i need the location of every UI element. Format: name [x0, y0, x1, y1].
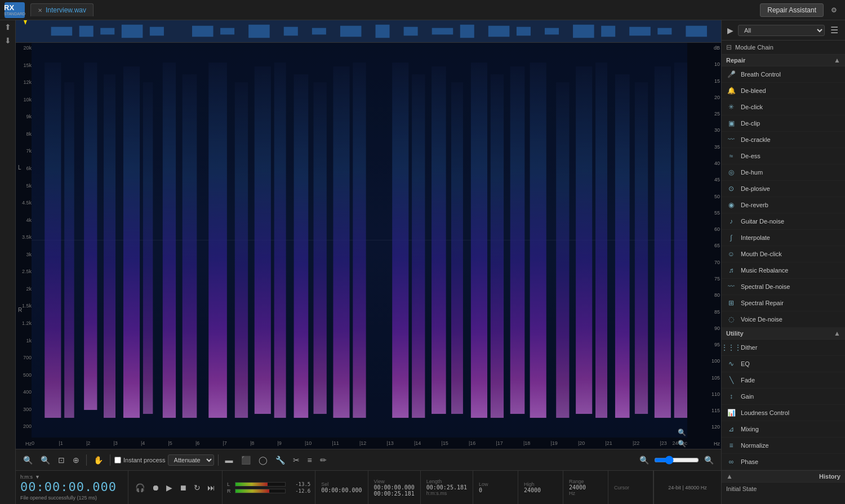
module-list[interactable]: 🎤 Breath Control 🔔 De-bleed ✳ De-click ▣… [722, 66, 845, 470]
range-value: 24000 [569, 484, 602, 490]
zoom-selection-btn[interactable]: ⊕ [70, 454, 82, 466]
module-filter-dropdown[interactable]: All [738, 25, 825, 36]
high-value: 24000 [524, 487, 557, 493]
scroll-down-icon[interactable]: ⬇ [5, 36, 11, 45]
headphones-btn[interactable]: 🎧 [133, 482, 147, 493]
magic-wand-btn[interactable]: 🔧 [273, 454, 288, 466]
history-initial-state: Initial State [722, 483, 845, 495]
module-item-de-clip[interactable]: ▣ De-clip [722, 115, 845, 132]
brush-btn[interactable]: ≡ [305, 454, 315, 466]
module-item-spectral-de-noise[interactable]: 〰 Spectral De-noise [722, 279, 845, 295]
module-item-interpolate[interactable]: ∫ Interpolate [722, 230, 845, 246]
zoom-out-icon[interactable]: 🔍 [678, 440, 686, 448]
module-item-fade[interactable]: ╲ Fade [722, 372, 845, 389]
module-item-loudness-control[interactable]: 📊 Loudness Control [722, 405, 845, 421]
fade-icon: ╲ [726, 375, 736, 385]
module-label-guitar-de-noise: Guitar De-noise [741, 218, 784, 225]
module-label-spectral-repair: Spectral Repair [741, 300, 784, 306]
module-item-de-hum[interactable]: ◎ De-hum [722, 164, 845, 181]
panel-menu-btn[interactable]: ☰ [828, 24, 840, 37]
attenuate-dropdown[interactable]: Attenuate [168, 454, 214, 466]
module-item-de-click[interactable]: ✳ De-click [722, 99, 845, 115]
module-chain-row[interactable]: ⊟ Module Chain [722, 41, 845, 55]
pencil-btn[interactable]: ✏ [317, 454, 330, 466]
repair-assistant-button[interactable]: Repair Assistant [760, 3, 824, 17]
meter-fill-r [235, 489, 269, 493]
zoom-slider[interactable] [654, 456, 699, 465]
module-item-mixing[interactable]: ⊿ Mixing [722, 421, 845, 438]
module-item-de-bleed[interactable]: 🔔 De-bleed [722, 83, 845, 99]
meter-bar-l [235, 482, 286, 487]
module-label-phase: Phase [741, 458, 758, 465]
repair-section-header: Repair ▲ [722, 55, 845, 66]
time-format-dropdown-icon[interactable]: ▼ [35, 474, 40, 480]
zoom-out-btn[interactable]: 🔍 [20, 454, 35, 466]
module-item-de-reverb[interactable]: ◉ De-reverb [722, 197, 845, 213]
app-logo: RX STANDARD [5, 2, 25, 18]
loop-btn[interactable]: ↻ [192, 482, 203, 493]
module-item-eq[interactable]: ∿ EQ [722, 356, 845, 372]
history-back-btn[interactable]: ▲ [726, 472, 733, 480]
module-label-mixing: Mixing [741, 426, 759, 432]
left-toolbar: ⬆ ⬇ [0, 20, 16, 504]
view-start-section: View 00:00:00.000 00:00:25.181 [368, 471, 421, 504]
lasso-btn[interactable]: ✂ [290, 454, 303, 466]
module-item-dither[interactable]: ⋮⋮⋮ Dither [722, 340, 845, 356]
low-section: Low 0 [473, 471, 518, 504]
module-label-de-reverb: De-reverb [741, 202, 768, 208]
spectrogram-area[interactable]: L R [16, 43, 721, 449]
utility-collapse-btn[interactable]: ▲ [834, 329, 840, 337]
de-clip-icon: ▣ [726, 118, 736, 128]
de-crackle-icon: 〰 [726, 135, 736, 145]
module-item-gain[interactable]: ↕ Gain [722, 389, 845, 405]
module-item-breath-control[interactable]: 🎤 Breath Control [722, 66, 845, 83]
module-item-voice-de-noise[interactable]: ◌ Voice De-noise [722, 311, 845, 328]
stop-btn[interactable]: ⏹ [177, 482, 189, 493]
module-item-normalize[interactable]: ≡ Normalize [722, 438, 845, 454]
panel-play-btn[interactable]: ▶ [726, 25, 735, 36]
instant-process-checkbox[interactable] [114, 457, 121, 463]
app-subtitle: STANDARD [4, 12, 25, 16]
spectrogram-svg [32, 43, 687, 438]
module-label-eq: EQ [741, 360, 750, 367]
settings-icon[interactable]: ⚙ [827, 3, 840, 17]
de-plosive-icon: ⊙ [726, 184, 736, 194]
de-click-icon: ✳ [726, 102, 736, 112]
app-name: RX [4, 3, 14, 12]
scroll-up-icon[interactable]: ⬆ [5, 23, 11, 32]
breath-control-icon: 🎤 [726, 69, 736, 79]
module-item-music-rebalance[interactable]: ♬ Music Rebalance [722, 262, 845, 279]
module-item-de-plosive[interactable]: ⊙ De-plosive [722, 181, 845, 197]
module-item-phase[interactable]: ∞ Phase [722, 454, 845, 470]
freq-selection-btn[interactable]: ◯ [256, 454, 270, 466]
spectral-de-noise-icon: 〰 [726, 282, 736, 292]
module-item-mouth-de-click[interactable]: ☺ Mouth De-click [722, 246, 845, 262]
view-start: 00:00:00.000 [374, 484, 415, 490]
record-btn[interactable]: ⏺ [149, 482, 162, 493]
zoom-plus-btn[interactable]: 🔍 [701, 454, 717, 466]
time-selection-btn[interactable]: ⬛ [238, 454, 254, 466]
de-reverb-icon: ◉ [726, 200, 736, 210]
module-item-de-crackle[interactable]: 〰 De-crackle [722, 132, 845, 148]
low-value: 0 [479, 487, 512, 493]
module-item-guitar-de-noise[interactable]: ♪ Guitar De-noise [722, 213, 845, 230]
module-label-de-hum: De-hum [741, 169, 763, 176]
zoom-fit-btn[interactable]: ⊡ [55, 454, 68, 466]
instant-process-text: Instant process [123, 457, 166, 463]
tab-close-icon[interactable]: ✕ [38, 7, 42, 14]
waveform-overview[interactable] [16, 20, 721, 43]
skip-end-btn[interactable]: ⏭ [205, 482, 217, 493]
file-tab[interactable]: ✕ Interview.wav [30, 3, 94, 16]
zoom-in-btn[interactable]: 🔍 [38, 454, 53, 466]
module-label-de-ess: De-ess [741, 153, 760, 159]
zoom-minus-btn[interactable]: 🔍 [637, 454, 652, 466]
repair-collapse-btn[interactable]: ▲ [834, 56, 840, 64]
instant-process-label: Instant process [114, 457, 166, 463]
module-item-de-ess[interactable]: ≈ De-ess [722, 148, 845, 164]
top-bar: RX STANDARD ✕ Interview.wav Repair Assis… [0, 0, 845, 20]
hand-tool-btn[interactable]: ✋ [91, 454, 106, 466]
selection-tool-btn[interactable]: ▬ [223, 454, 236, 466]
zoom-magnifier-icon[interactable]: 🔍 [678, 429, 686, 436]
module-item-spectral-repair[interactable]: ⊞ Spectral Repair [722, 295, 845, 311]
play-btn[interactable]: ▶ [164, 482, 175, 493]
